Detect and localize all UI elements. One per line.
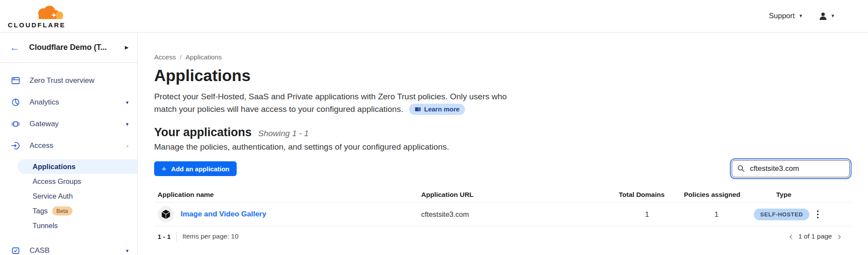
section-title: Your applications: [154, 126, 252, 139]
user-menu[interactable]: ▼: [818, 12, 835, 21]
application-url-cell: cftestsite3.com: [417, 210, 614, 219]
application-name-cell: Image and Video Gallery: [154, 206, 417, 222]
add-application-label: Add an application: [171, 165, 229, 173]
learn-more-link[interactable]: Learn more: [409, 104, 465, 115]
sidebar-item-casb[interactable]: CASB ▼: [0, 240, 137, 255]
table-header-row: Application name Application URL Total D…: [154, 187, 851, 203]
search-input[interactable]: [732, 160, 850, 177]
account-switcher: ← Cloudflare Demo (T... ▶: [0, 33, 137, 63]
chevron-down-icon: ▼: [831, 14, 835, 18]
table-footer: 1 - 1 Items per page: 10 ‹ 1 of 1 page ›: [154, 231, 851, 242]
chevron-down-icon: ▼: [125, 122, 129, 127]
access-subnav: Applications Access Groups Service Auth …: [0, 159, 137, 233]
cloudflare-logo[interactable]: CLOUDFLARE: [8, 5, 73, 29]
search-icon: [737, 165, 745, 172]
gateway-icon: [11, 119, 20, 129]
showing-count: Showing 1 - 1: [258, 129, 309, 138]
previous-page-icon[interactable]: ‹: [789, 231, 792, 242]
footer-divider: [176, 232, 177, 241]
sidebar-subitem-label: Service Auth: [33, 192, 73, 200]
applications-table: Application name Application URL Total D…: [154, 187, 851, 242]
breadcrumb-applications[interactable]: Applications: [185, 53, 222, 61]
casb-icon: [11, 246, 20, 255]
top-bar: CLOUDFLARE Support ▼ ▼: [0, 0, 868, 33]
sidebar-subitem-label: Tags: [33, 207, 48, 215]
sidebar-item-label: Analytics: [30, 98, 125, 107]
sidebar-subitem-label: Access Groups: [33, 177, 81, 186]
description-line-2: match your policies will have access to …: [154, 105, 403, 114]
sidebar-item-analytics[interactable]: Analytics ▼: [0, 92, 137, 113]
support-menu[interactable]: Support ▼: [769, 12, 803, 20]
chevron-right-icon[interactable]: ▶: [125, 45, 129, 50]
sidebar-item-tunnels[interactable]: Tunnels: [0, 218, 137, 233]
items-range: 1 - 1: [154, 233, 171, 240]
table-row: Image and Video Gallery cftestsite3.com …: [154, 203, 851, 226]
sidebar-item-applications[interactable]: Applications: [17, 159, 137, 174]
section-subtext: Manage the policies, authentication, and…: [154, 142, 851, 152]
sidebar-item-access[interactable]: Access ▲: [0, 135, 137, 157]
row-actions-cell: ⋮: [810, 209, 851, 219]
type-badge: SELF-HOSTED: [754, 209, 809, 220]
overview-icon: [11, 76, 20, 85]
page-description: Protect your Self-Hosted, SaaS and Priva…: [154, 91, 851, 115]
breadcrumb: Access / Applications: [154, 53, 851, 61]
breadcrumb-separator: /: [180, 53, 182, 61]
sidebar-item-label: Zero Trust overview: [30, 76, 129, 85]
page-indicator: 1 of 1 page: [798, 232, 832, 240]
column-header-application-url: Application URL: [417, 191, 614, 199]
next-page-icon[interactable]: ›: [838, 231, 841, 242]
search-box: [732, 160, 850, 177]
support-label: Support: [769, 12, 795, 20]
sidebar-item-service-auth[interactable]: Service Auth: [0, 189, 137, 203]
sidebar-item-label: Access: [30, 141, 125, 150]
user-icon: [818, 12, 828, 21]
cloudflare-wordmark: CLOUDFLARE: [8, 21, 73, 29]
access-icon: [11, 141, 20, 150]
sidebar-item-label: Gateway: [30, 120, 125, 128]
sidebar-subitem-label: Tunnels: [33, 222, 58, 230]
back-arrow-icon[interactable]: ←: [10, 42, 20, 52]
page-title: Applications: [154, 66, 851, 85]
sidebar: ← Cloudflare Demo (T... ▶ Zero Trust ove…: [0, 33, 138, 255]
analytics-icon: [11, 98, 20, 107]
learn-more-label: Learn more: [424, 103, 460, 116]
chevron-down-icon: ▼: [125, 100, 129, 105]
description-line-1: Protect your Self-Hosted, SaaS and Priva…: [154, 91, 851, 103]
book-icon: [415, 107, 421, 112]
account-name[interactable]: Cloudflare Demo (T...: [29, 43, 125, 52]
sidebar-nav: Zero Trust overview Analytics ▼: [0, 63, 137, 255]
main-content: Access / Applications Applications Prote…: [138, 33, 868, 255]
cube-icon: [161, 209, 171, 219]
sidebar-item-zero-trust-overview[interactable]: Zero Trust overview: [0, 70, 137, 92]
section-header: Your applications Showing 1 - 1: [154, 126, 851, 139]
kebab-menu-icon[interactable]: ⋮: [813, 209, 822, 219]
column-header-application-name: Application name: [154, 191, 417, 199]
sidebar-item-access-groups[interactable]: Access Groups: [0, 174, 137, 189]
sidebar-subitem-label: Applications: [33, 163, 76, 171]
chevron-down-icon: ▼: [125, 248, 129, 253]
total-domains-cell: 1: [614, 210, 680, 219]
cloudflare-dashboard: CLOUDFLARE Support ▼ ▼ ← Cloudflare Demo…: [0, 0, 868, 255]
sidebar-item-gateway[interactable]: Gateway ▼: [0, 113, 137, 135]
column-header-total-domains: Total Domains: [614, 191, 680, 199]
chevron-down-icon: ▼: [799, 14, 803, 18]
cloudflare-cloud-icon: [35, 5, 65, 21]
application-avatar: [158, 206, 174, 222]
top-bar-right: Support ▼ ▼: [769, 12, 835, 21]
column-header-type: Type: [753, 191, 810, 199]
type-cell: SELF-HOSTED: [753, 209, 810, 220]
table-toolbar: + Add an application: [154, 160, 851, 177]
chevron-up-icon: ▲: [125, 144, 129, 148]
add-application-button[interactable]: + Add an application: [154, 161, 237, 176]
breadcrumb-access[interactable]: Access: [154, 53, 176, 61]
policies-assigned-cell: 1: [680, 210, 753, 219]
items-per-page: Items per page: 10: [182, 232, 238, 240]
beta-badge: Beta: [52, 206, 73, 216]
column-header-policies-assigned: Policies assigned: [680, 191, 753, 199]
plus-icon: +: [162, 165, 166, 173]
sidebar-item-tags[interactable]: Tags Beta: [0, 203, 137, 218]
sidebar-item-label: CASB: [30, 246, 125, 255]
pagination-controls: ‹ 1 of 1 page ›: [789, 231, 841, 242]
application-name-link[interactable]: Image and Video Gallery: [181, 210, 266, 219]
